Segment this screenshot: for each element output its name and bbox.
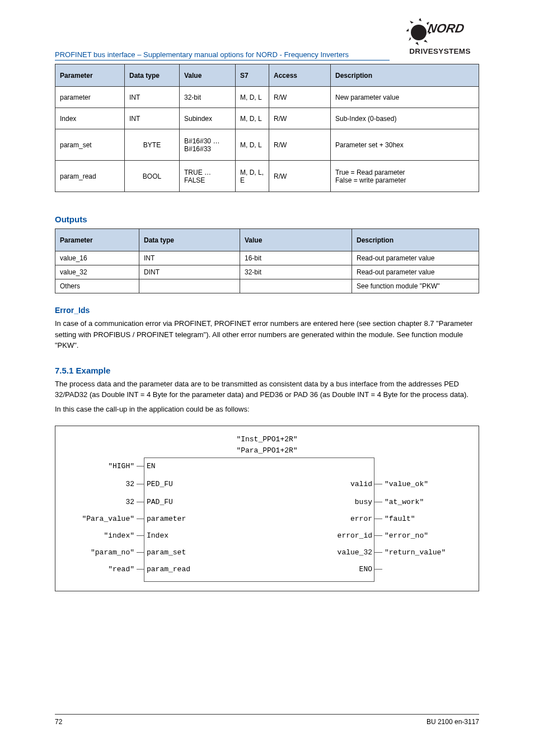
inputs-table: Parameter Data type Value S7 Access Desc… [55, 64, 479, 192]
cell: TRUE … FALSE [180, 161, 236, 192]
cell: INT [125, 87, 180, 108]
port-valid-name: valid [350, 480, 372, 488]
port-value32: "return_value" [374, 548, 446, 557]
cell: Read-out parameter value [352, 265, 479, 279]
cell: M, D, L [236, 108, 269, 129]
error-ids-body: In case of a communication error via PRO… [55, 318, 479, 351]
brand-subtitle: DRIVESYSTEMS [401, 47, 479, 55]
port-label: "param_no" [91, 548, 134, 557]
port-errorid: "error_no" [374, 531, 428, 540]
cell: Index [55, 108, 125, 129]
cell: R/W [269, 161, 331, 192]
cell: R/W [269, 87, 331, 108]
cell: value_32 [55, 265, 139, 279]
cell: True = Read parameter False = write para… [331, 161, 479, 192]
cell: M, D, L [236, 87, 269, 108]
fbd-instance-label: "Inst_PPO1+2R" [55, 435, 479, 444]
table-row: value_32 DINT 32-bit Read-out parameter … [55, 265, 479, 279]
port-paramread-name: param_read [147, 565, 190, 573]
port-busy-name: busy [355, 498, 372, 506]
port-en: "HIGH" [108, 462, 144, 470]
port-valid: "value_ok" [374, 480, 428, 488]
port-label: "value_ok" [385, 480, 428, 488]
page-number: 72 [55, 718, 62, 726]
cell: parameter [55, 87, 125, 108]
col-s7: S7 [236, 64, 269, 87]
port-en-name: EN [147, 462, 156, 470]
example-body-2: In this case the call-up in the applicat… [55, 404, 479, 415]
port-index-name: Index [147, 531, 168, 540]
cell: param_set [55, 129, 125, 161]
port-label: "index" [104, 531, 134, 540]
port-eno-name: ENO [359, 565, 372, 573]
cell: New parameter value [331, 87, 479, 108]
table-row: Index INT Subindex M, D, L R/W Sub-Index… [55, 108, 479, 129]
cell: See function module "PKW" [352, 279, 479, 293]
col-value: Value [180, 64, 236, 87]
port-busy: "at_work" [374, 498, 424, 506]
col-datatype: Data type [125, 64, 180, 87]
port-error: "fault" [374, 515, 415, 523]
port-parameter-name: parameter [147, 515, 186, 523]
port-value32-name: value_32 [338, 548, 372, 557]
port-paramset-name: param_set [147, 548, 186, 557]
col-parameter: Parameter [55, 64, 125, 87]
table-row: param_read BOOL TRUE … FALSE M, D, L, E … [55, 161, 479, 192]
cell: 32-bit [180, 87, 236, 108]
port-eno [374, 565, 385, 573]
example-heading: 7.5.1 Example [55, 366, 479, 375]
col-datatype: Data type [139, 229, 240, 251]
port-parameter: "Para_value" [82, 515, 144, 523]
table-row: Others See function module "PKW" [55, 279, 479, 293]
cell [240, 279, 352, 293]
doc-id: BU 2100 en-3117 [427, 718, 479, 726]
cell: R/W [269, 108, 331, 129]
svg-marker-4 [415, 42, 419, 45]
col-access: Access [269, 64, 331, 87]
port-error-name: error [350, 515, 372, 523]
table-row: param_set BYTE B#16#30 … B#16#33 M, D, L… [55, 129, 479, 161]
cell: Subindex [180, 108, 236, 129]
outputs-heading: Outputs [55, 214, 479, 224]
port-label: "at_work" [385, 498, 424, 506]
port-index: "index" [104, 531, 144, 540]
page-title: PROFINET bus interface – Supplementary m… [55, 50, 390, 60]
svg-marker-5 [409, 37, 411, 41]
cell: INT [125, 108, 180, 129]
cell: Read-out parameter value [352, 251, 479, 265]
svg-marker-0 [419, 18, 421, 21]
cell: B#16#30 … B#16#33 [180, 129, 236, 161]
cell: param_read [55, 161, 125, 192]
cell: M, D, L [236, 129, 269, 161]
brand-logo: NORD DRIVESYSTEMS [401, 17, 479, 55]
table-row: value_16 INT 16-bit Read-out parameter v… [55, 251, 479, 265]
fbd-type-label: "Para_PPO1+2R" [55, 446, 479, 455]
cell: BYTE [125, 129, 180, 161]
port-errorid-name: error_id [338, 531, 372, 540]
cell: DINT [139, 265, 240, 279]
svg-marker-7 [410, 21, 414, 24]
port-pad-name: PAD_FU [147, 498, 173, 506]
col-value: Value [240, 229, 352, 251]
cell: 32-bit [240, 265, 352, 279]
port-paramset: "param_no" [91, 548, 144, 557]
port-pad: 32 [125, 498, 144, 506]
port-label: 32 [125, 480, 134, 488]
svg-marker-6 [406, 29, 409, 31]
port-label: "error_no" [385, 531, 428, 540]
port-label: 32 [125, 498, 134, 506]
port-label: "Para_value" [82, 515, 134, 523]
error-ids-heading: Error_Ids [55, 306, 479, 315]
col-desc: Description [352, 229, 479, 251]
port-label: "return_value" [385, 548, 446, 557]
svg-text:NORD: NORD [427, 21, 465, 35]
svg-marker-3 [424, 40, 428, 43]
example-body-1: The process data and the parameter data … [55, 379, 479, 400]
port-label: "HIGH" [108, 462, 134, 470]
cell: Others [55, 279, 139, 293]
col-parameter: Parameter [55, 229, 139, 251]
cell [139, 279, 240, 293]
port-ped-name: PED_FU [147, 480, 173, 488]
port-paramread: "read" [108, 565, 144, 573]
cell: BOOL [125, 161, 180, 192]
